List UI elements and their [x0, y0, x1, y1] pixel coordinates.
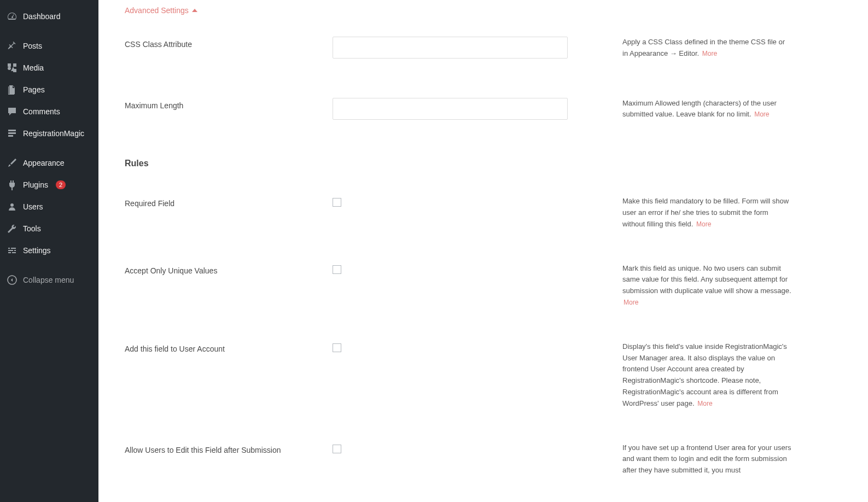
sidebar-item-label: Media — [23, 63, 44, 72]
sidebar-item-settings[interactable]: Settings — [0, 240, 98, 261]
field-control — [333, 196, 568, 209]
field-control — [333, 37, 568, 59]
unique-checkbox[interactable] — [333, 265, 341, 274]
field-row-unique: Accept Only Unique Values Mark this fiel… — [125, 263, 868, 308]
field-row-allow-edit: Allow Users to Edit this Field after Sub… — [125, 442, 868, 476]
field-help: Display's this field's value inside Regi… — [622, 341, 792, 410]
sidebar-item-users[interactable]: Users — [0, 196, 98, 218]
field-label: Maximum Length — [125, 98, 333, 110]
field-control — [333, 442, 568, 456]
brush-icon — [7, 157, 18, 168]
sidebar-item-media[interactable]: Media — [0, 57, 98, 79]
more-link[interactable]: More — [696, 220, 711, 228]
sidebar-item-label: RegistrationMagic — [23, 129, 84, 138]
rules-heading: Rules — [125, 159, 868, 168]
sidebar-item-comments[interactable]: Comments — [0, 101, 98, 122]
sidebar-item-label: Plugins — [23, 180, 48, 189]
sidebar-item-label: Comments — [23, 107, 60, 116]
sidebar-item-label: Posts — [23, 42, 42, 50]
sidebar-collapse[interactable]: Collapse menu — [0, 269, 98, 291]
sidebar-item-pages[interactable]: Pages — [0, 79, 98, 101]
sidebar-item-posts[interactable]: Posts — [0, 35, 98, 57]
sidebar-item-label: Tools — [23, 224, 41, 233]
pin-icon — [7, 40, 18, 51]
media-icon — [7, 62, 18, 73]
advanced-settings-toggle[interactable]: Advanced Settings — [125, 6, 197, 15]
sidebar-item-appearance[interactable]: Appearance — [0, 152, 98, 174]
more-link[interactable]: More — [702, 50, 717, 57]
sidebar-item-label: Users — [23, 202, 43, 211]
more-link[interactable]: More — [697, 400, 712, 407]
field-help: Make this field mandatory to be filled. … — [622, 196, 792, 230]
field-row-required: Required Field Make this field mandatory… — [125, 196, 868, 230]
field-label: Accept Only Unique Values — [125, 263, 333, 275]
help-text: Mark this field as unique. No two users … — [622, 264, 791, 295]
sidebar-item-registrationmagic[interactable]: RegistrationMagic — [0, 122, 98, 144]
sidebar-item-label: Collapse menu — [23, 276, 74, 284]
section-toggle-label: Advanced Settings — [125, 6, 189, 15]
wrench-icon — [7, 223, 18, 234]
sidebar-item-dashboard[interactable]: Dashboard — [0, 5, 98, 27]
field-row-max-length: Maximum Length Maximum Allowed length (c… — [125, 98, 868, 121]
comment-icon — [7, 106, 18, 117]
field-label: Required Field — [125, 196, 333, 208]
dashboard-icon — [7, 11, 18, 22]
main-content: Advanced Settings CSS Class Attribute Ap… — [98, 0, 868, 502]
field-control — [333, 341, 568, 354]
form-icon — [7, 128, 18, 139]
sidebar-item-label: Dashboard — [23, 12, 61, 21]
field-help: If you have set up a frontend User area … — [622, 442, 792, 476]
field-control — [333, 263, 568, 276]
field-row-css-class: CSS Class Attribute Apply a CSS Class de… — [125, 37, 868, 60]
page-icon — [7, 84, 18, 95]
field-help: Mark this field as unique. No two users … — [622, 263, 792, 308]
sidebar-item-plugins[interactable]: Plugins 2 — [0, 174, 98, 196]
field-control — [333, 98, 568, 120]
field-help: Apply a CSS Class defined in the theme C… — [622, 37, 792, 60]
sidebar-item-label: Settings — [23, 246, 51, 255]
user-icon — [7, 201, 18, 212]
user-account-checkbox[interactable] — [333, 343, 341, 352]
sliders-icon — [7, 245, 18, 256]
css-class-input[interactable] — [333, 37, 568, 59]
collapse-icon — [7, 275, 18, 285]
help-text: If you have set up a frontend User area … — [622, 443, 791, 475]
required-checkbox[interactable] — [333, 198, 341, 207]
field-label: CSS Class Attribute — [125, 37, 333, 49]
allow-edit-checkbox[interactable] — [333, 445, 341, 453]
field-label: Allow Users to Edit this Field after Sub… — [125, 442, 333, 454]
sidebar-item-label: Pages — [23, 85, 45, 94]
plugin-update-badge: 2 — [56, 180, 66, 189]
max-length-input[interactable] — [333, 98, 568, 120]
field-help: Maximum Allowed length (characters) of t… — [622, 98, 792, 121]
admin-sidebar: Dashboard Posts Media Pages Comments Reg… — [0, 0, 98, 502]
help-text: Maximum Allowed length (characters) of t… — [622, 99, 777, 119]
sidebar-item-label: Appearance — [23, 159, 65, 167]
help-text: Display's this field's value inside Regi… — [622, 342, 787, 407]
chevron-up-icon — [192, 9, 197, 12]
plugin-icon — [7, 179, 18, 190]
more-link[interactable]: More — [624, 299, 638, 306]
field-label: Add this field to User Account — [125, 341, 333, 353]
sidebar-item-tools[interactable]: Tools — [0, 218, 98, 240]
more-link[interactable]: More — [754, 110, 769, 118]
field-row-user-account: Add this field to User Account Display's… — [125, 341, 868, 410]
